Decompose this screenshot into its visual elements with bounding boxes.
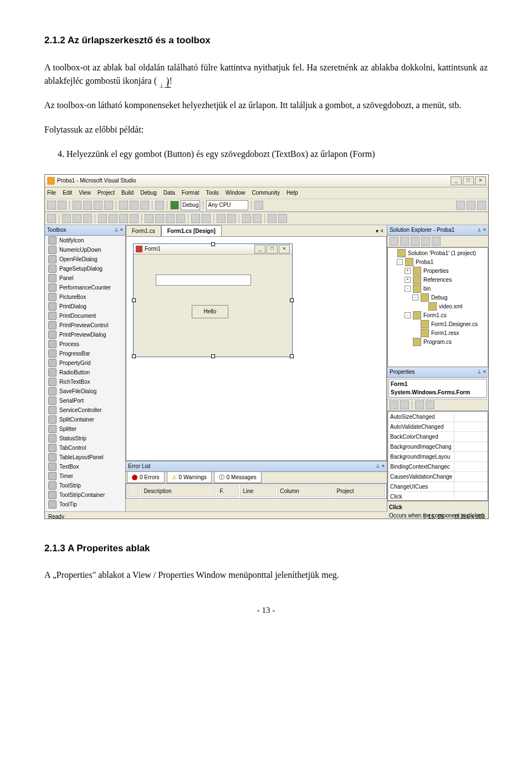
tab-dropdown[interactable]: ▾ × [372, 226, 387, 236]
toolbar-icon[interactable] [411, 237, 420, 246]
property-name[interactable]: ChangeUICues [388, 481, 454, 491]
toolbox-item[interactable]: PerformanceCounter [45, 283, 125, 292]
menu-item[interactable]: Tools [206, 189, 219, 197]
menu-item[interactable]: Help [287, 189, 298, 197]
menu-item[interactable]: Edit [63, 189, 72, 197]
property-name[interactable]: BackgroundImageChang [388, 441, 454, 451]
toolbar-icon[interactable] [191, 214, 200, 223]
error-column-header[interactable]: Description [141, 485, 216, 497]
toolbox-item[interactable]: SerialPort [45, 396, 125, 405]
toolbar-icon[interactable] [390, 400, 398, 409]
toolbox-item[interactable]: Splitter [45, 424, 125, 434]
toolbar-icon[interactable] [415, 400, 424, 409]
toolbar-icon[interactable] [400, 237, 409, 246]
property-name[interactable]: Click [388, 491, 454, 501]
expand-icon[interactable]: + [405, 277, 411, 283]
errors-tab[interactable]: 0 Errors [127, 471, 165, 483]
toolbar-icon[interactable] [119, 214, 128, 223]
property-value[interactable] [454, 451, 488, 461]
expand-icon[interactable]: + [405, 268, 411, 274]
toolbar-icon[interactable] [217, 214, 226, 223]
toolbar-icon[interactable] [140, 201, 149, 210]
toolbar-icon[interactable] [166, 214, 175, 223]
toolbar-icon[interactable] [98, 214, 107, 223]
property-name[interactable]: CausesValidationChange [388, 471, 454, 481]
tree-item[interactable]: +Properties [389, 267, 487, 276]
toolbox-item[interactable]: ToolTip [45, 500, 125, 509]
toolbar-icon[interactable] [421, 237, 430, 246]
minimize-button[interactable]: _ [451, 176, 462, 185]
toolbar-icon[interactable] [73, 201, 81, 210]
property-value[interactable] [454, 441, 488, 451]
toolbar-icon[interactable] [155, 201, 164, 210]
toolbar-icon[interactable] [456, 201, 465, 210]
close-button[interactable]: × [475, 176, 486, 185]
toolbox-item[interactable]: ToolStripContainer [45, 490, 125, 500]
toolbox-item[interactable]: SaveFileDialog [45, 387, 125, 396]
menu-item[interactable]: File [47, 189, 56, 197]
toolbox-item[interactable]: TextBox [45, 462, 125, 471]
toolbox-item[interactable]: ServiceController [45, 405, 125, 415]
menu-item[interactable]: Project [98, 189, 115, 197]
messages-tab[interactable]: ⓘ0 Messages [214, 471, 262, 483]
toolbar-icon[interactable] [119, 201, 128, 210]
toolbar-icon[interactable] [130, 214, 139, 223]
play-icon[interactable] [170, 201, 179, 210]
property-value[interactable] [454, 412, 488, 421]
tree-item[interactable]: -Proba1 [389, 258, 487, 267]
form-designer[interactable]: Form1 _ □ × Hello [126, 236, 387, 461]
tree-item[interactable]: Form1.resx [389, 329, 487, 338]
toolbox-item[interactable]: ToolStrip [45, 481, 125, 490]
toolbox-item[interactable]: PrintPreviewDialog [45, 330, 125, 339]
toolbox-item[interactable]: Process [45, 339, 125, 349]
maximize-button[interactable]: □ [463, 176, 474, 185]
toolbox-item[interactable]: RadioButton [45, 368, 125, 377]
toolbar-icon[interactable] [62, 214, 71, 223]
toolbar-icon[interactable] [242, 214, 251, 223]
error-column-header[interactable]: F. [217, 485, 239, 497]
property-name[interactable]: BindingContextChangec [388, 461, 454, 471]
expand-icon[interactable]: - [412, 294, 418, 301]
textbox-control[interactable] [156, 275, 251, 286]
toolbox-item[interactable]: Timer [45, 471, 125, 481]
pin-icon[interactable]: ⊥ × [477, 226, 486, 234]
toolbar-icon[interactable] [426, 400, 434, 409]
error-column-header[interactable]: Line [240, 485, 276, 497]
toolbox-item[interactable]: PrintDialog [45, 302, 125, 311]
toolbar-icon[interactable] [254, 201, 263, 210]
tree-item[interactable]: Form1.Designer.cs [389, 320, 487, 329]
toolbox-item[interactable]: StatusStrip [45, 434, 125, 443]
tree-item[interactable]: -Form1.cs [389, 311, 487, 320]
tree-item[interactable]: -Debug [389, 293, 487, 302]
toolbar-icon[interactable] [47, 201, 56, 210]
error-column-header[interactable]: Project [334, 485, 385, 497]
menu-item[interactable]: Data [163, 189, 175, 197]
expand-icon[interactable]: - [397, 259, 403, 265]
toolbox-item[interactable]: RichTextBox [45, 377, 125, 387]
toolbar-icon[interactable] [268, 214, 277, 223]
toolbar-icon[interactable] [94, 201, 103, 210]
toolbox-item[interactable]: ProgressBar [45, 349, 125, 358]
tree-item[interactable]: -bin [389, 285, 487, 293]
toolbox-item[interactable]: Panel [45, 273, 125, 283]
toolbar-icon[interactable] [227, 214, 236, 223]
props-object-dropdown[interactable]: Form1 System.Windows.Forms.Form [388, 379, 487, 398]
property-name[interactable]: BackgroundImageLayou [388, 451, 454, 461]
toolbox-item[interactable]: NotifyIcon [45, 236, 125, 245]
expand-icon[interactable]: - [405, 286, 411, 292]
toolbar-icon[interactable] [73, 214, 81, 223]
toolbar-icon[interactable] [109, 214, 117, 223]
property-value[interactable] [454, 431, 488, 441]
toolbar-icon[interactable] [47, 214, 56, 223]
property-value[interactable] [454, 461, 488, 471]
error-column-header[interactable]: Column [277, 485, 332, 497]
menu-item[interactable]: View [79, 189, 91, 197]
toolbar-icon[interactable] [83, 201, 92, 210]
pin-icon[interactable]: ⊥ × [477, 368, 486, 376]
toolbox-item[interactable]: NumericUpDown [45, 245, 125, 255]
toolbar-icon[interactable] [253, 214, 262, 223]
property-name[interactable]: AutoValidateChanged [388, 421, 454, 431]
toolbar-icon[interactable] [202, 214, 211, 223]
toolbar-icon[interactable] [155, 214, 164, 223]
button-control[interactable]: Hello [192, 305, 228, 318]
